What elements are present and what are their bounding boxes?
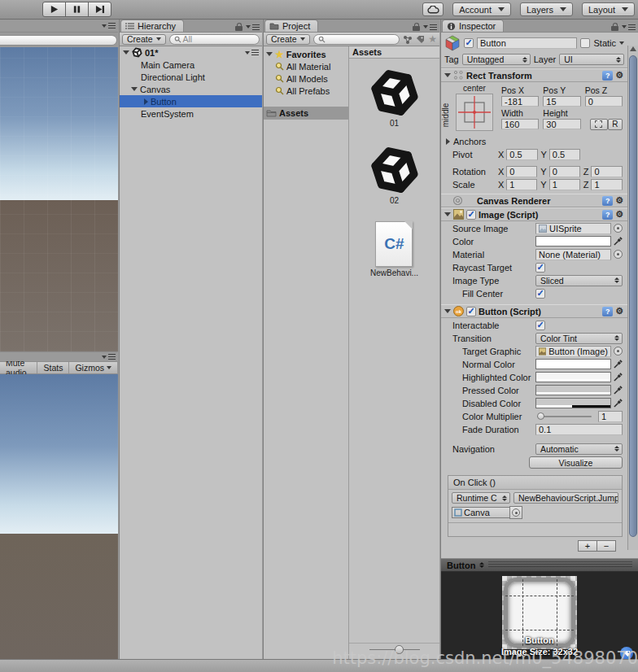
pane-menu-icon[interactable]	[622, 24, 636, 30]
help-icon[interactable]: ?	[602, 196, 613, 206]
scene-search-input[interactable]	[0, 35, 117, 46]
drag-handle-lines[interactable]	[488, 561, 632, 569]
asset-scene-01[interactable]: 01	[370, 68, 419, 128]
pivot-y-field[interactable]: 0.5	[549, 149, 580, 160]
target-graphic-field[interactable]: Button (Image)	[535, 346, 611, 357]
hierarchy-item-eventsystem[interactable]: EventSystem	[120, 107, 262, 120]
interactable-checkbox[interactable]: ✓	[535, 321, 545, 330]
preview-header[interactable]: Button	[441, 558, 638, 572]
hierarchy-create-button[interactable]: Create	[122, 34, 166, 45]
cloud-button[interactable]	[422, 2, 444, 16]
asset-labels-button[interactable]	[620, 647, 633, 660]
rect-transform-header[interactable]: Rect Transform ? ⚙	[441, 68, 627, 82]
gear-icon[interactable]: ⚙	[615, 210, 623, 219]
layers-dropdown[interactable]: Layers	[520, 2, 573, 16]
hierarchy-item-button-selected[interactable]: Button	[120, 95, 262, 107]
hierarchy-item-canvas[interactable]: Canvas	[120, 83, 262, 95]
pane-menu-icon[interactable]	[246, 24, 260, 30]
color-swatch[interactable]	[535, 236, 611, 247]
account-dropdown[interactable]: Account	[452, 2, 511, 16]
scale-y-field[interactable]: 1	[549, 179, 580, 190]
multiplier-slider[interactable]	[537, 416, 592, 417]
transition-dropdown[interactable]: Color Tint	[535, 333, 623, 344]
asset-script-newbehaviour[interactable]: C# NewBehavi...	[370, 221, 418, 277]
search-by-label-icon[interactable]	[416, 35, 425, 44]
foldout-open-icon[interactable]	[123, 50, 129, 55]
lock-icon[interactable]	[413, 23, 420, 31]
pivot-x-field[interactable]: 0.5	[506, 149, 537, 160]
assets-folder-row[interactable]: Assets	[264, 107, 348, 120]
layout-dropdown[interactable]: Layout	[582, 2, 635, 16]
eyedropper-icon[interactable]	[614, 373, 623, 382]
favorite-all-models[interactable]: All Models	[264, 72, 348, 85]
help-icon[interactable]: ?	[602, 307, 613, 316]
scene-root-row[interactable]: 01*	[120, 46, 262, 59]
grid-zoom-slider[interactable]	[349, 643, 439, 656]
foldout-open-icon[interactable]	[266, 52, 273, 56]
project-create-button[interactable]: Create	[266, 34, 310, 45]
tag-dropdown[interactable]: Untagged	[462, 54, 531, 65]
gameobject-name-field[interactable]: Button	[477, 37, 577, 49]
fill-center-checkbox[interactable]: ✓	[535, 289, 545, 299]
component-enabled-checkbox[interactable]: ✓	[466, 307, 476, 316]
static-checkbox[interactable]	[580, 38, 590, 48]
hierarchy-search-input[interactable]: All	[169, 34, 260, 45]
image-component-header[interactable]: ✓ Image (Script) ? ⚙	[441, 207, 627, 221]
favorite-all-materials[interactable]: All Material	[264, 60, 348, 72]
stats-button[interactable]: Stats	[37, 362, 69, 373]
lock-icon[interactable]	[611, 23, 618, 31]
object-picker-button[interactable]	[509, 506, 522, 519]
rotation-y-field[interactable]: 0	[549, 166, 580, 177]
function-dropdown[interactable]: NewBehaviourScript.Jump	[513, 492, 618, 504]
inspector-tab[interactable]: Inspector	[442, 20, 504, 32]
search-by-type-icon[interactable]	[403, 35, 413, 44]
inspector-scrollbar[interactable]	[627, 46, 638, 550]
active-checkbox[interactable]: ✓	[464, 38, 474, 48]
slider-knob[interactable]	[395, 645, 404, 654]
help-icon[interactable]: ?	[602, 210, 613, 220]
foldout-open-icon[interactable]	[444, 212, 451, 216]
pane-menu-icon[interactable]	[423, 24, 437, 30]
fade-duration-field[interactable]: 0.1	[535, 424, 623, 435]
anchors-foldout[interactable]: Anchors	[441, 135, 627, 147]
add-event-button[interactable]: +	[578, 540, 597, 552]
gear-icon[interactable]: ⚙	[615, 196, 623, 205]
image-type-dropdown[interactable]: Sliced	[535, 275, 623, 286]
hierarchy-tab[interactable]: Hierarchy	[120, 20, 184, 32]
raycast-target-checkbox[interactable]: ✓	[535, 263, 545, 273]
rotation-z-field[interactable]: 0	[591, 166, 623, 177]
pause-button[interactable]	[65, 2, 89, 17]
asset-scene-02[interactable]: 02	[370, 146, 419, 205]
anchor-preset-widget[interactable]: center middle	[446, 84, 495, 133]
anchor-preset-box[interactable]	[456, 94, 493, 131]
normal-color-swatch[interactable]	[535, 359, 611, 369]
scale-x-field[interactable]: 1	[506, 179, 537, 190]
source-image-field[interactable]: UISprite	[535, 223, 611, 234]
layer-dropdown[interactable]: UI	[559, 54, 624, 65]
project-tab[interactable]: Project	[264, 20, 318, 32]
scrollbar-thumb[interactable]	[629, 55, 637, 537]
static-flags-dropdown-icon[interactable]	[619, 41, 624, 45]
foldout-open-icon[interactable]	[444, 73, 451, 77]
game-viewport[interactable]	[0, 374, 118, 659]
visualize-button[interactable]: Visualize	[529, 456, 623, 469]
hierarchy-item-main-camera[interactable]: Main Camera	[120, 59, 262, 71]
favorites-root[interactable]: ★ Favorites	[264, 48, 348, 60]
foldout-open-icon[interactable]	[131, 87, 138, 91]
project-search-input[interactable]	[313, 34, 400, 45]
eyedropper-icon[interactable]	[614, 360, 623, 369]
favorite-star-icon[interactable]: ★	[428, 34, 437, 44]
eyedropper-icon[interactable]	[614, 386, 623, 395]
material-field[interactable]: None (Material)	[535, 249, 611, 260]
component-enabled-checkbox[interactable]: ✓	[466, 210, 476, 220]
object-picker-icon[interactable]	[614, 250, 623, 259]
step-button[interactable]	[88, 2, 111, 17]
runtime-mode-dropdown[interactable]: Runtime C	[452, 492, 510, 504]
blueprint-mode-button[interactable]	[590, 119, 608, 130]
canvas-renderer-header[interactable]: Canvas Renderer ? ⚙	[441, 194, 627, 207]
pressed-color-swatch[interactable]	[535, 385, 611, 395]
target-object-field[interactable]: Canva	[452, 507, 510, 518]
pane-menu-icon[interactable]	[102, 23, 116, 28]
gear-icon[interactable]: ⚙	[615, 71, 623, 80]
mute-audio-button[interactable]: Mute audio	[0, 362, 37, 373]
